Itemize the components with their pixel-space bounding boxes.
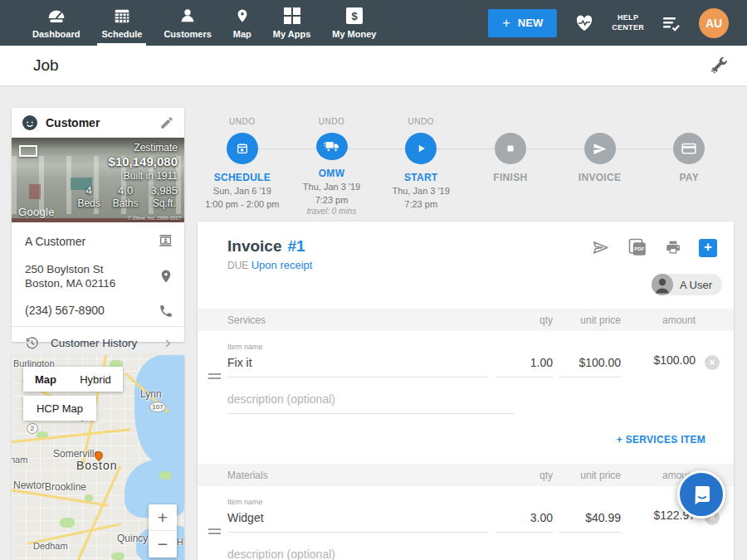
assigned-user-chip[interactable]: A User xyxy=(652,274,722,295)
service-line-item: Item name $100.00 × xyxy=(198,331,734,414)
chevron-right-icon xyxy=(162,338,173,349)
user-avatar[interactable]: AU xyxy=(699,8,729,38)
nav-label: Map xyxy=(233,29,251,39)
card-step-icon[interactable] xyxy=(673,133,705,164)
baths-value: 4.0 xyxy=(113,184,139,197)
step-label: FINISH xyxy=(493,172,527,183)
contact-card-icon[interactable] xyxy=(158,233,173,249)
pdf-icon[interactable]: PDF xyxy=(627,238,647,257)
nav-item-my-apps[interactable]: My Apps xyxy=(262,0,321,46)
user-chip-avatar-icon xyxy=(652,274,673,295)
mini-map[interactable]: Burlington Lynn Somerville Boston ham Ne… xyxy=(12,355,184,560)
job-status-timeline: UNDO SCHEDULE Sun, Jan 6 '19 1:00 pm - 2… xyxy=(198,112,734,217)
material-unit-price-input[interactable] xyxy=(559,507,621,533)
step-date: Thu, Jan 3 '19 xyxy=(392,185,449,197)
location-pin-icon[interactable] xyxy=(159,268,173,285)
address-line2: Boston, MA 02116 xyxy=(25,276,151,290)
baths-label: Baths xyxy=(113,197,139,209)
customer-name-row: A Customer xyxy=(12,226,184,256)
map-type-controls: Map Hybrid HCP Map xyxy=(23,367,123,421)
zoom-in-button[interactable]: + xyxy=(149,504,177,531)
plus-icon: + xyxy=(502,15,510,32)
customer-phone-row: (234) 567-8900 xyxy=(12,297,184,324)
map-city-label: Newton xyxy=(13,480,47,491)
customer-card-title: Customer xyxy=(46,116,100,129)
materials-section-title: Materials xyxy=(227,470,488,481)
undo-omw-link[interactable]: UNDO xyxy=(319,117,344,126)
drag-handle-icon[interactable] xyxy=(208,371,221,382)
heart-pulse-icon[interactable] xyxy=(574,14,594,32)
street-view-icon xyxy=(19,145,37,157)
material-description-input[interactable] xyxy=(227,543,514,560)
property-photo[interactable]: Zestimate $10,149,080 Built in 1911 4Bed… xyxy=(12,138,184,222)
map-zoom-control: + − xyxy=(149,504,177,558)
item-name-label: Item name xyxy=(227,343,488,351)
service-item-name-input[interactable] xyxy=(227,352,488,377)
invoice-number[interactable]: #1 xyxy=(287,237,305,256)
material-qty-input[interactable] xyxy=(496,507,553,533)
play-step-icon[interactable] xyxy=(405,133,437,164)
address-line1: 250 Boylston St xyxy=(25,262,151,276)
timeline-step-pay: PAY xyxy=(644,112,734,217)
nav-item-schedule[interactable]: Schedule xyxy=(90,0,153,46)
add-services-item-row: + SERVICES ITEM xyxy=(198,414,734,464)
schedule-step-icon[interactable] xyxy=(227,133,258,164)
help-center-link[interactable]: HELP CENTER xyxy=(612,13,644,32)
edit-pencil-icon[interactable] xyxy=(159,115,174,130)
nav-label: My Apps xyxy=(273,29,310,39)
hcp-map-button[interactable]: HCP Map xyxy=(23,396,96,421)
customer-history-label: Customer History xyxy=(51,337,137,349)
due-value-link[interactable]: Upon receipt xyxy=(251,259,313,271)
page-title-bar: Job xyxy=(0,46,747,86)
step-time: 7:23 pm xyxy=(315,194,349,206)
map-park xyxy=(60,518,75,528)
send-step-icon[interactable] xyxy=(584,133,616,164)
send-invoice-icon[interactable] xyxy=(590,239,611,256)
customer-face-icon xyxy=(22,114,38,131)
phone-icon[interactable] xyxy=(159,304,173,319)
undo-schedule-link[interactable]: UNDO xyxy=(229,117,255,126)
zoom-out-button[interactable]: − xyxy=(149,531,177,558)
service-qty-input[interactable] xyxy=(496,352,553,377)
print-icon[interactable] xyxy=(664,239,682,256)
zestimate-overlay: Zestimate $10,149,080 Built in 1911 4Bed… xyxy=(77,142,178,209)
add-services-item-link[interactable]: + SERVICES ITEM xyxy=(617,434,706,446)
chat-fab-button[interactable] xyxy=(677,470,725,519)
nav-item-customers[interactable]: Customers xyxy=(153,0,222,46)
customer-name: A Customer xyxy=(25,235,151,249)
drag-handle-icon[interactable] xyxy=(208,526,221,537)
undo-start-link[interactable]: UNDO xyxy=(408,117,433,126)
map-city-label: Boston xyxy=(76,459,118,472)
service-description-input[interactable] xyxy=(227,388,514,414)
route-2-shield: 2 xyxy=(27,423,38,434)
delete-service-item-icon[interactable]: × xyxy=(705,355,720,370)
timeline-step-omw: UNDO OMW Thu, Jan 3 '19 7:23 pm travel: … xyxy=(287,112,377,217)
service-unit-price-input[interactable] xyxy=(559,352,621,377)
step-label: SCHEDULE xyxy=(214,172,271,183)
nav-items: Dashboard Schedule Customers Map My Apps xyxy=(0,0,387,46)
assigned-user-name: A User xyxy=(680,279,712,291)
top-navbar: Dashboard Schedule Customers Map My Apps xyxy=(0,0,747,46)
services-header-band: Services qty unit price amount xyxy=(198,309,734,331)
svg-text:PDF: PDF xyxy=(634,246,644,251)
nav-item-my-money[interactable]: $ My Money xyxy=(321,0,387,46)
step-date: Thu, Jan 3 '19 xyxy=(303,181,360,192)
sqft-value: 3,985 xyxy=(150,184,178,197)
unit-price-header: unit price xyxy=(559,470,621,481)
map-type-map-button[interactable]: Map xyxy=(23,367,68,392)
add-invoice-button[interactable]: + xyxy=(699,239,717,257)
job-tools-icon[interactable] xyxy=(709,56,729,75)
nav-item-dashboard[interactable]: Dashboard xyxy=(22,0,90,46)
nav-label: Customers xyxy=(164,29,211,39)
tasks-icon[interactable] xyxy=(662,15,681,32)
photo-decor xyxy=(29,184,41,199)
material-item-name-input[interactable] xyxy=(227,507,488,533)
customer-history-row[interactable]: Customer History xyxy=(12,326,184,359)
nav-item-map[interactable]: Map xyxy=(222,0,262,46)
stop-step-icon[interactable] xyxy=(495,133,526,164)
map-type-hybrid-button[interactable]: Hybrid xyxy=(68,367,123,392)
new-button[interactable]: + NEW xyxy=(488,9,557,37)
nav-right: + NEW HELP CENTER AU xyxy=(488,0,747,46)
map-city-label: Somerville xyxy=(53,448,100,460)
truck-step-icon[interactable] xyxy=(316,133,348,160)
